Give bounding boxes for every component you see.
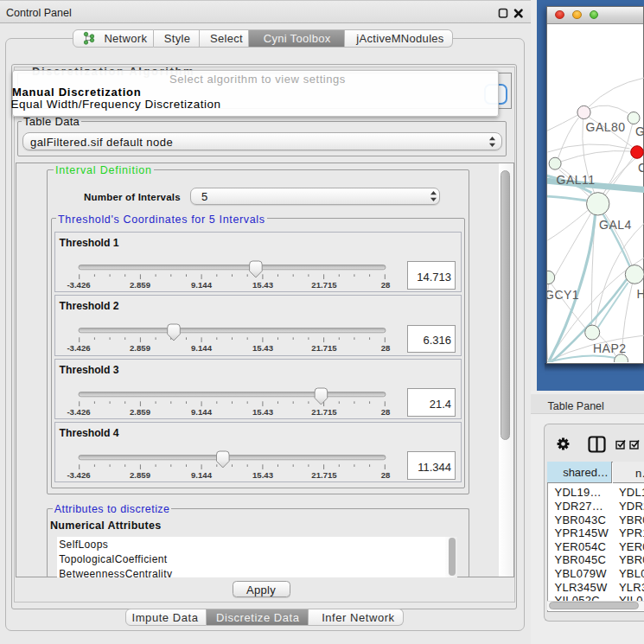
- svg-text:2.859: 2.859: [130, 407, 150, 417]
- svg-text:-3.426: -3.426: [67, 280, 90, 290]
- svg-text:GAL11: GAL11: [556, 173, 595, 187]
- svg-text:HAP2: HAP2: [593, 341, 627, 355]
- svg-text:28: 28: [381, 280, 391, 290]
- svg-text:H: H: [636, 287, 644, 301]
- svg-text:21.715: 21.715: [311, 344, 337, 354]
- svg-text:-3.426: -3.426: [67, 407, 90, 417]
- svg-text:2.859: 2.859: [130, 470, 150, 480]
- svg-text:G.: G.: [635, 124, 644, 138]
- svg-text:9.144: 9.144: [191, 280, 213, 290]
- svg-text:28: 28: [381, 470, 391, 480]
- svg-text:28: 28: [381, 344, 391, 354]
- svg-text:9.144: 9.144: [191, 344, 213, 354]
- svg-text:-3.426: -3.426: [67, 344, 90, 354]
- svg-text:GCY1: GCY1: [547, 288, 579, 302]
- svg-text:C: C: [638, 161, 644, 175]
- svg-text:15.43: 15.43: [252, 280, 273, 290]
- svg-text:GAL4: GAL4: [599, 218, 632, 232]
- svg-text:2.859: 2.859: [130, 280, 150, 290]
- svg-text:GAL80: GAL80: [585, 120, 625, 134]
- svg-text:9.144: 9.144: [191, 407, 213, 417]
- svg-text:-3.426: -3.426: [67, 470, 90, 480]
- svg-text:21.715: 21.715: [311, 470, 337, 480]
- svg-text:9.144: 9.144: [191, 470, 213, 480]
- svg-text:15.43: 15.43: [252, 344, 273, 354]
- svg-text:21.715: 21.715: [311, 280, 337, 290]
- svg-text:2.859: 2.859: [130, 344, 150, 354]
- svg-text:21.715: 21.715: [311, 407, 337, 417]
- svg-text:15.43: 15.43: [252, 407, 273, 417]
- svg-text:15.43: 15.43: [252, 470, 273, 480]
- svg-text:28: 28: [381, 407, 391, 417]
